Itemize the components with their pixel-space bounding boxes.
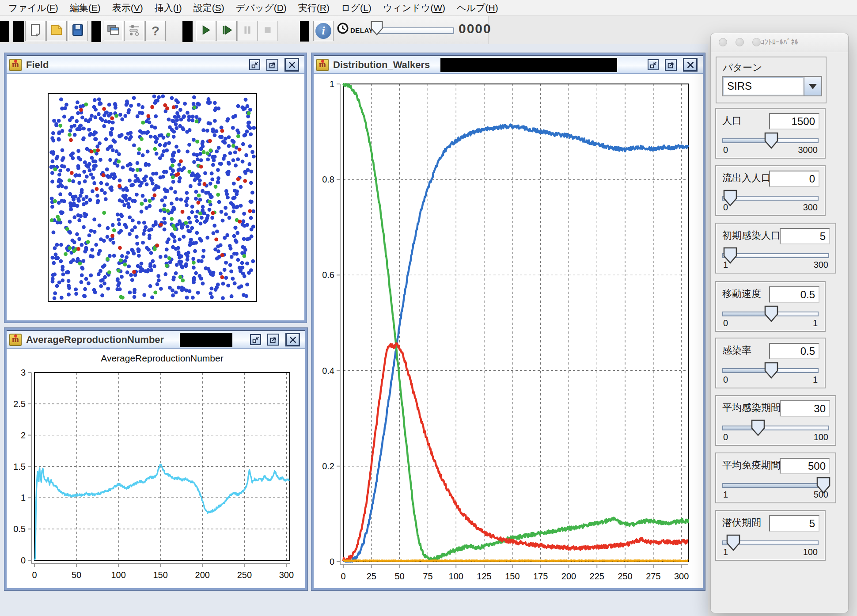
menu-item-view[interactable]: 表示(V) (106, 2, 149, 14)
menu-item-help[interactable]: ヘルプ(H) (451, 2, 504, 14)
redacted-box (300, 21, 309, 42)
app-root: ファイル(F)編集(E)表示(V)挿入(I)設定(S)デバッグ(D)実行(R)ロ… (0, 0, 857, 616)
svg-text:50: 50 (394, 571, 404, 581)
stop-icon (261, 23, 274, 38)
param-value-field[interactable]: 5 (780, 228, 830, 244)
field-window: m Field (4, 53, 307, 323)
minimize-button[interactable] (250, 334, 261, 345)
svg-text:2.5: 2.5 (13, 399, 26, 409)
param-value-field[interactable]: 0.5 (769, 343, 819, 359)
slider-fill (723, 139, 770, 142)
param-slider[interactable] (722, 361, 819, 381)
param-group-incubation-period: 潜伏期間51100 (715, 510, 826, 561)
control-panel-titlebar[interactable]: ｺﾝﾄﾛｰﾙﾊﾟﾈﾙ (711, 33, 848, 52)
settings-icon (127, 23, 141, 39)
param-label: 平均感染期間 (722, 401, 781, 414)
slider-thumb[interactable] (751, 419, 766, 437)
param-value-field[interactable]: 1500 (769, 113, 819, 129)
traffic-light-zoom-icon[interactable] (752, 38, 761, 46)
svg-text:0: 0 (330, 557, 334, 567)
slider-track[interactable] (722, 483, 829, 488)
slider-max-label: 3000 (798, 145, 818, 155)
pattern-dropdown-button[interactable] (804, 77, 821, 95)
help-button[interactable]: ? (145, 21, 166, 41)
toolbar: ? i DELAY 0000 (0, 16, 489, 45)
param-group-initial-infected-population: 初期感染人口51300 (715, 223, 836, 274)
svg-text:275: 275 (646, 571, 660, 581)
svg-text:0: 0 (341, 571, 345, 581)
param-label: 平均免疫期間 (722, 459, 781, 472)
pause-button[interactable] (237, 21, 258, 41)
menu-item-settings[interactable]: 設定(S) (188, 2, 230, 14)
menu-item-insert[interactable]: 挿入(I) (149, 2, 188, 14)
run-icon (199, 23, 212, 38)
svg-text:1: 1 (21, 493, 26, 502)
param-label: 移動速度 (722, 287, 761, 300)
param-value-field[interactable]: 0 (769, 171, 819, 187)
close-button[interactable] (683, 58, 698, 72)
slider-min-label: 0 (723, 432, 728, 442)
distribution-window-titlebar[interactable]: m Distribution_Walkers (314, 55, 703, 74)
delay-slider[interactable] (376, 27, 454, 34)
slider-track[interactable] (722, 253, 829, 258)
menu-item-file[interactable]: ファイル(F) (3, 2, 64, 14)
close-button[interactable] (285, 333, 300, 346)
app-icon: m (9, 59, 22, 71)
menu-item-log[interactable]: ログ(L) (335, 2, 377, 14)
menu-item-edit[interactable]: 編集(E) (64, 2, 106, 14)
param-value-field[interactable]: 0.5 (769, 286, 819, 303)
step-run-button[interactable] (216, 21, 237, 41)
settings-button[interactable] (124, 21, 144, 41)
redacted-box (182, 21, 193, 42)
menu-item-run[interactable]: 実行(R) (292, 2, 335, 14)
param-slider[interactable] (722, 305, 819, 324)
pattern-label: パターン (723, 61, 762, 74)
param-label: 初期感染人口 (722, 229, 781, 242)
traffic-light-close-icon[interactable] (719, 38, 727, 46)
slider-max-label: 500 (814, 490, 828, 500)
new-file-button[interactable] (25, 21, 46, 41)
average-reproduction-number-chart: 00.511.522.53050100150200250300 (7, 349, 305, 588)
minimize-button[interactable] (648, 59, 659, 70)
menu-item-window[interactable]: ウィンドウ(W) (377, 2, 451, 14)
slider-track[interactable] (722, 426, 829, 430)
maximize-button[interactable] (665, 59, 677, 71)
maximize-button[interactable] (266, 59, 278, 71)
arn-window-titlebar[interactable]: m AverageReproductionNumber (7, 330, 305, 349)
slider-min-label: 1 (723, 490, 728, 500)
param-group-average-immunity-period: 平均免疫期間5001500 (715, 452, 836, 503)
tile-windows-button[interactable] (103, 21, 123, 41)
pattern-select[interactable]: SIRS (722, 76, 822, 96)
traffic-light-minimize-icon[interactable] (736, 38, 744, 46)
field-window-titlebar[interactable]: m Field (7, 55, 304, 74)
param-group-inflow-outflow-population: 流出入人口00300 (715, 165, 826, 216)
svg-text:1.5: 1.5 (13, 462, 26, 472)
svg-text:2: 2 (21, 430, 26, 440)
pattern-value: SIRS (723, 77, 804, 95)
redacted-box (180, 333, 232, 347)
close-button[interactable] (284, 58, 299, 72)
svg-text:300: 300 (279, 570, 294, 580)
maximize-button[interactable] (267, 334, 279, 346)
open-button[interactable] (46, 21, 67, 41)
param-value-field[interactable]: 30 (780, 400, 830, 417)
stop-button[interactable] (258, 21, 278, 41)
run-button[interactable] (196, 21, 216, 41)
delay-slider-thumb[interactable] (370, 20, 383, 38)
param-label: 流出入人口 (722, 171, 771, 185)
app-icon: m (9, 334, 22, 346)
svg-text:175: 175 (533, 571, 548, 581)
slider-thumb[interactable] (764, 361, 779, 379)
slider-thumb[interactable] (764, 305, 779, 323)
svg-text:1: 1 (330, 79, 334, 89)
save-button[interactable] (68, 21, 88, 41)
minimize-button[interactable] (249, 59, 260, 70)
param-value-field[interactable]: 500 (780, 458, 830, 474)
slider-min-label: 1 (723, 547, 728, 557)
param-value-field[interactable]: 5 (769, 515, 819, 532)
info-button[interactable]: i (313, 21, 334, 41)
slider-thumb[interactable] (764, 132, 779, 149)
menu-item-debug[interactable]: デバッグ(D) (230, 2, 292, 14)
svg-text:225: 225 (590, 571, 604, 581)
series-infected (343, 343, 688, 561)
